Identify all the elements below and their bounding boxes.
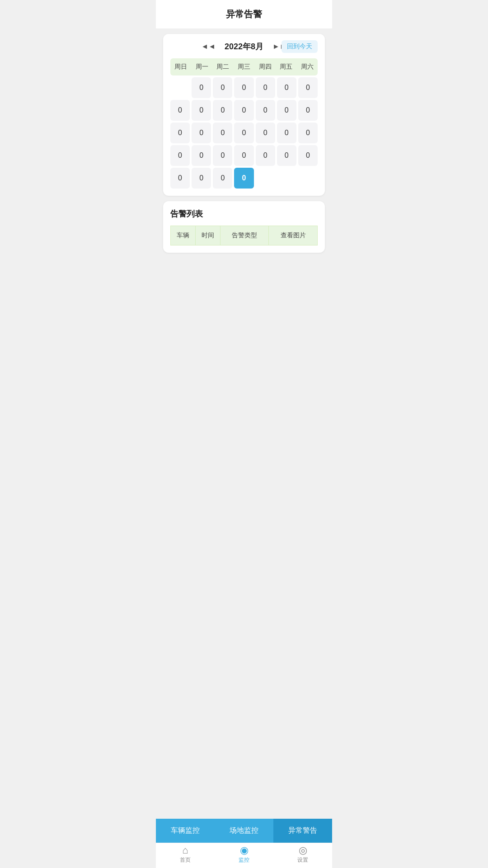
cal-cell-3-6[interactable]: 0 — [298, 145, 318, 166]
calendar-weekday-header: 周日 周一 周二 周三 周四 周五 周六 — [170, 58, 318, 75]
weekday-mon: 周一 — [192, 58, 213, 75]
cal-cell-4-3[interactable]: 0 — [234, 168, 253, 189]
cal-cell-2-3[interactable]: 0 — [234, 123, 253, 143]
cal-cell-1-0[interactable]: 0 — [170, 100, 190, 121]
calendar-header: ◄◄ 2022年8月 ►► 回到今天 — [170, 41, 318, 52]
cal-cell-0-4[interactable]: 0 — [256, 77, 275, 98]
cal-cell-3-4[interactable]: 0 — [256, 145, 275, 166]
cal-cell-2-1[interactable]: 0 — [192, 123, 211, 143]
alert-list-card: 告警列表 车辆 时间 告警类型 查看图片 — [163, 201, 325, 253]
cal-cell-2-2[interactable]: 0 — [213, 123, 232, 143]
weekday-tue: 周二 — [212, 58, 234, 75]
cal-cell-1-2[interactable]: 0 — [213, 100, 232, 121]
cal-cell-0-1[interactable]: 0 — [192, 77, 211, 98]
col-image: 查看图片 — [269, 226, 318, 245]
col-type: 告警类型 — [220, 226, 269, 245]
calendar-grid: 0000000000000000000000000000000 — [170, 77, 318, 189]
cal-cell-4-4[interactable] — [256, 168, 275, 189]
cal-cell-1-5[interactable]: 0 — [277, 100, 296, 121]
top-tab-bar: 车辆监控 场地监控 异常警告 — [156, 819, 332, 843]
cal-cell-2-5[interactable]: 0 — [277, 123, 296, 143]
page-title: 异常告警 — [156, 0, 332, 28]
nav-home-label: 首页 — [180, 856, 191, 864]
cal-cell-0-6[interactable]: 0 — [298, 77, 318, 98]
alert-table-header-row: 车辆 时间 告警类型 查看图片 — [171, 226, 318, 245]
col-time: 时间 — [195, 226, 220, 245]
cal-cell-3-5[interactable]: 0 — [277, 145, 296, 166]
alert-table: 车辆 时间 告警类型 查看图片 — [170, 226, 318, 245]
calendar-month-title: 2022年8月 — [225, 41, 263, 52]
bottom-nav-bar: ⌂ 首页 ◉ 监控 ◎ 设置 — [156, 843, 332, 868]
cal-cell-3-2[interactable]: 0 — [213, 145, 232, 166]
calendar-row-0: 000000 — [170, 77, 318, 98]
home-icon: ⌂ — [182, 845, 188, 855]
weekday-thu: 周四 — [254, 58, 276, 75]
cal-cell-3-3[interactable]: 0 — [234, 145, 253, 166]
nav-monitor-label: 监控 — [239, 856, 249, 864]
cal-cell-3-0[interactable]: 0 — [170, 145, 190, 166]
cal-cell-0-0[interactable] — [170, 77, 190, 98]
cal-cell-4-1[interactable]: 0 — [192, 168, 211, 189]
cal-cell-4-2[interactable]: 0 — [213, 168, 232, 189]
back-today-button[interactable]: 回到今天 — [282, 40, 318, 53]
nav-monitor[interactable]: ◉ 监控 — [215, 843, 273, 868]
cal-cell-2-0[interactable]: 0 — [170, 123, 190, 143]
calendar-row-3: 0000000 — [170, 145, 318, 166]
calendar-card: ◄◄ 2022年8月 ►► 回到今天 周日 周一 周二 周三 周四 周五 周六 … — [163, 34, 325, 196]
monitor-icon: ◉ — [240, 845, 249, 855]
weekday-sat: 周六 — [296, 58, 318, 75]
cal-cell-4-0[interactable]: 0 — [170, 168, 190, 189]
cal-cell-4-5[interactable] — [277, 168, 296, 189]
cal-cell-1-1[interactable]: 0 — [192, 100, 211, 121]
settings-icon: ◎ — [299, 845, 307, 855]
cal-cell-1-4[interactable]: 0 — [256, 100, 275, 121]
calendar-row-2: 0000000 — [170, 123, 318, 143]
cal-cell-2-4[interactable]: 0 — [256, 123, 275, 143]
nav-home[interactable]: ⌂ 首页 — [156, 843, 215, 868]
tab-vehicle-monitor[interactable]: 车辆监控 — [156, 819, 215, 843]
cal-cell-0-3[interactable]: 0 — [234, 77, 253, 98]
tab-site-monitor[interactable]: 场地监控 — [215, 819, 273, 843]
cal-cell-2-6[interactable]: 0 — [298, 123, 318, 143]
nav-settings[interactable]: ◎ 设置 — [273, 843, 332, 868]
alert-list-title: 告警列表 — [170, 208, 318, 219]
cal-cell-0-2[interactable]: 0 — [213, 77, 232, 98]
cal-cell-0-5[interactable]: 0 — [277, 77, 296, 98]
calendar-row-1: 0000000 — [170, 100, 318, 121]
cal-cell-1-6[interactable]: 0 — [298, 100, 318, 121]
tab-abnormal-alert[interactable]: 异常警告 — [273, 819, 332, 843]
weekday-fri: 周五 — [276, 58, 297, 75]
calendar-row-4: 0000 — [170, 168, 318, 189]
col-vehicle: 车辆 — [171, 226, 196, 245]
cal-cell-4-6[interactable] — [298, 168, 318, 189]
cal-cell-3-1[interactable]: 0 — [192, 145, 211, 166]
cal-cell-1-3[interactable]: 0 — [234, 100, 253, 121]
prev-month-button[interactable]: ◄◄ — [198, 42, 218, 52]
weekday-sun: 周日 — [170, 58, 192, 75]
weekday-wed: 周三 — [234, 58, 255, 75]
nav-settings-label: 设置 — [297, 856, 308, 864]
